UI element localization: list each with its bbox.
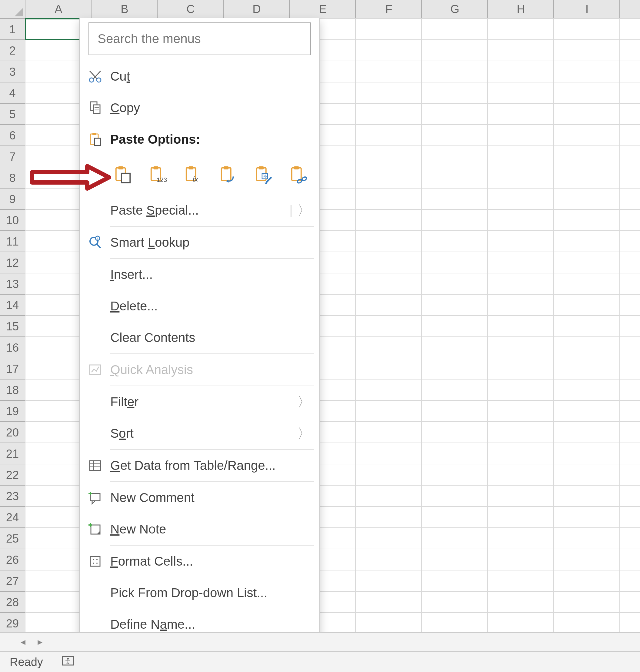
accessibility-icon[interactable] [61,655,76,670]
menu-get-data[interactable]: Get Data from Table/Range... [80,450,319,481]
cell[interactable] [421,124,488,146]
cell[interactable] [421,549,488,570]
cell[interactable] [421,18,488,40]
menu-paste-special[interactable]: Paste Special... |〉 [80,195,319,226]
cell[interactable] [487,379,554,401]
cell[interactable] [355,294,422,316]
row-header-22[interactable]: 22 [0,464,26,486]
cell[interactable] [553,527,620,549]
cell[interactable] [620,82,640,104]
paste-formatting-icon[interactable]: % [251,162,276,188]
cell[interactable] [355,315,422,337]
cell[interactable] [487,443,554,464]
cell[interactable] [487,273,554,295]
menu-delete[interactable]: Delete... [80,290,319,322]
row-header-16[interactable]: 16 [0,337,26,358]
cell[interactable] [553,18,620,40]
cell[interactable] [620,591,640,613]
row-header-18[interactable]: 18 [0,379,26,401]
menu-smart-lookup[interactable]: i Smart Lookup [80,227,319,258]
cell[interactable] [355,230,422,252]
cell[interactable] [355,209,422,231]
cell[interactable] [355,612,422,634]
cell[interactable] [620,506,640,528]
cell[interactable] [487,400,554,422]
row-header-24[interactable]: 24 [0,506,26,528]
cell[interactable] [620,485,640,507]
menu-filter[interactable]: Filter〉 [80,386,319,418]
cell[interactable] [487,485,554,507]
cell[interactable] [487,39,554,61]
cell[interactable] [355,506,422,528]
cell[interactable] [620,294,640,316]
cell[interactable] [355,103,422,125]
cell[interactable] [553,591,620,613]
cell[interactable] [553,443,620,464]
cell[interactable] [553,252,620,273]
cell[interactable] [421,464,488,486]
cell[interactable] [553,103,620,125]
cell[interactable] [355,570,422,592]
menu-pick-list[interactable]: Pick From Drop-down List... [80,577,319,609]
cell[interactable] [553,124,620,146]
cell[interactable] [553,82,620,104]
cell[interactable] [553,400,620,422]
row-header-2[interactable]: 2 [0,39,26,61]
cell[interactable] [620,527,640,549]
cell[interactable] [355,527,422,549]
cell[interactable] [421,337,488,358]
cell[interactable] [620,337,640,358]
cell[interactable] [355,358,422,380]
cell[interactable] [355,39,422,61]
cell[interactable] [487,252,554,273]
cell[interactable] [487,549,554,570]
cell[interactable] [421,591,488,613]
cell[interactable] [487,612,554,634]
cell[interactable] [620,315,640,337]
row-header-14[interactable]: 14 [0,294,26,316]
cell[interactable] [553,145,620,167]
cell[interactable] [620,443,640,464]
cell[interactable] [553,39,620,61]
row-header-17[interactable]: 17 [0,358,26,380]
cell[interactable] [355,82,422,104]
cell[interactable] [355,145,422,167]
cell[interactable] [355,337,422,358]
cell[interactable] [487,337,554,358]
cell[interactable] [620,167,640,188]
cell[interactable] [620,358,640,380]
cell[interactable] [553,358,620,380]
column-header-I[interactable]: I [553,0,620,19]
cell[interactable] [355,273,422,295]
cell[interactable] [487,506,554,528]
row-header-28[interactable]: 28 [0,591,26,613]
column-header-F[interactable]: F [355,0,422,19]
column-header-H[interactable]: H [487,0,554,19]
cell[interactable] [421,506,488,528]
paste-link-icon[interactable] [286,162,311,188]
cell[interactable] [620,209,640,231]
cell[interactable] [421,421,488,443]
cell[interactable] [355,61,422,83]
cell[interactable] [355,124,422,146]
cell[interactable] [620,188,640,210]
cell[interactable] [620,145,640,167]
cell[interactable] [553,485,620,507]
column-header-A[interactable]: A [25,0,91,19]
cell[interactable] [620,61,640,83]
cell[interactable] [553,421,620,443]
cell[interactable] [620,379,640,401]
cell[interactable] [487,358,554,380]
sheet-tab-nav[interactable]: ◂ ▸ [0,632,640,652]
cell[interactable] [553,273,620,295]
cell[interactable] [421,527,488,549]
row-header-25[interactable]: 25 [0,527,26,549]
cell[interactable] [421,315,488,337]
paste-transpose-icon[interactable] [216,162,241,188]
cell[interactable] [620,273,640,295]
cell[interactable] [553,167,620,188]
cell[interactable] [553,464,620,486]
cell[interactable] [355,252,422,273]
cell[interactable] [620,400,640,422]
cell[interactable] [553,379,620,401]
